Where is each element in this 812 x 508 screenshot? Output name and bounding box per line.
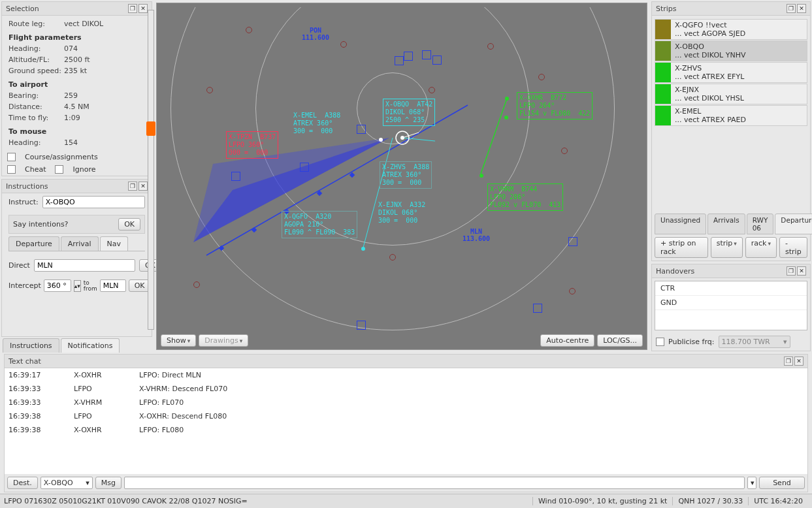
svg-rect-4 <box>252 227 257 232</box>
navaid-icon <box>193 281 200 288</box>
datablock-red[interactable]: X-TPZN B737 LFPO 360° 000 = 000 <box>226 131 278 159</box>
close-icon[interactable]: ✕ <box>794 357 804 366</box>
strip-tab-arrivals[interactable]: Arrivals <box>707 214 745 234</box>
nav-square-icon <box>432 56 442 65</box>
navaid-icon <box>538 74 545 80</box>
restore-icon[interactable]: ❐ <box>787 266 796 276</box>
nav-square-icon <box>404 52 413 61</box>
nav-square-icon <box>357 321 366 330</box>
handover-item[interactable]: GND <box>655 296 807 310</box>
handovers-panel: Handovers ❐ ✕ CTR GND Publicise frq: 118… <box>651 264 811 351</box>
locgs-button[interactable]: LOC/GS... <box>597 334 643 347</box>
flight-strip[interactable]: X-OBQO... vect DIKOL YNHV <box>655 40 807 61</box>
aircraft-blip[interactable] <box>479 174 483 178</box>
publicise-checkbox[interactable] <box>656 338 664 346</box>
tab-departure[interactable]: Departure <box>8 236 59 251</box>
flight-strip[interactable]: X-EMEL... vect ATREX PAED <box>655 105 807 126</box>
flight-strip[interactable]: X-EJNX... vect DIKOL YHSL <box>655 84 807 104</box>
msg-button[interactable]: Msg <box>95 477 122 489</box>
ignore-checkbox[interactable] <box>55 165 63 174</box>
text-chat-panel: Text chat ❐ ✕ 16:39:17X-OXHRLFPO: Direct… <box>4 354 808 492</box>
selection-panel: Selection ❐ ✕ Route leg:vect DIKOL Fligh… <box>1 1 152 176</box>
nav-square-icon <box>395 56 404 65</box>
strip-tab-unassigned[interactable]: Unassigned <box>655 214 706 234</box>
tab-arrival[interactable]: Arrival <box>61 236 99 251</box>
nav-square-icon <box>231 172 240 181</box>
restore-icon[interactable]: ❐ <box>787 4 796 13</box>
svg-line-8 <box>363 138 393 247</box>
strip-button[interactable]: strip <box>711 237 743 258</box>
flight-strip[interactable]: X-QGFO !!vect... vect AGOPA SJED <box>655 19 807 40</box>
freq-select[interactable]: 118.700 TWR▾ <box>719 336 790 348</box>
chevron-down-icon: ▾ <box>783 338 787 346</box>
close-icon[interactable]: ✕ <box>138 4 148 13</box>
dest-button[interactable]: Dest. <box>7 477 38 489</box>
handover-item[interactable]: CTR <box>655 281 807 296</box>
direct-input[interactable] <box>34 259 135 272</box>
show-button[interactable]: Show <box>161 334 196 347</box>
vor-mln-label: MLN 113.600 <box>463 228 490 242</box>
strip-minus-button[interactable]: - strip <box>779 237 807 258</box>
chat-row: 16:39:33LFPOX-VHRM: Descend FL070 <box>5 382 807 396</box>
tab-nav[interactable]: Nav <box>100 236 128 251</box>
datablock-oxhr[interactable]: X-OXHR B772 LFPO 264° FL154 v FL080 422 <box>517 92 593 119</box>
rack-button[interactable]: rack <box>745 237 777 258</box>
datablock-qgfo[interactable]: X-QGFO A320 AGOPA 210° FL090 ^ FL090 383 <box>282 211 357 238</box>
datablock-vhrm[interactable]: X-VHRM B744 LFPO 286° FL092 v FL070 413 <box>487 183 563 211</box>
wind-text: Wind 010-090°, 10 kt, gusting 21 kt <box>532 497 672 505</box>
radar-scope[interactable]: PON 111.600 MLN 113.600 <box>156 3 647 350</box>
drawings-button[interactable]: Drawings <box>199 334 248 347</box>
datablock-obqo[interactable]: X-OBQO AT42 DIKOL 068° 2500 ^ 235 <box>383 99 435 126</box>
lower-tab-instructions[interactable]: Instructions <box>3 338 59 353</box>
lower-tab-notifications[interactable]: Notifications <box>61 338 120 353</box>
send-button[interactable]: Send <box>759 477 805 489</box>
intercept-deg-input[interactable] <box>44 279 71 292</box>
status-bar: LFPO 071630Z 05010G21KT 010V090 CAVOK 22… <box>0 494 812 508</box>
qnh-text: QNH 1027 / 30.33 <box>672 497 748 505</box>
navaid-icon <box>569 288 576 294</box>
navaid-icon <box>429 87 435 93</box>
chat-history-dropdown[interactable]: ▾ <box>747 477 756 489</box>
nav-square-icon <box>422 50 431 59</box>
nav-square-icon <box>568 237 577 246</box>
datablock-emel[interactable]: X-EMEL A388 ATREX 360° 300 = 000 <box>291 110 342 136</box>
close-icon[interactable]: ✕ <box>138 182 148 191</box>
aircraft-blip[interactable] <box>504 116 508 119</box>
instructions-title: Instructions <box>6 182 48 191</box>
strips-panel: Strips ❐ ✕ X-QGFO !!vect... vect AGOPA S… <box>651 1 811 261</box>
instruct-input[interactable] <box>42 196 145 208</box>
course-checkbox[interactable] <box>7 153 16 161</box>
autocentre-button[interactable]: Auto-centre <box>540 334 594 347</box>
chat-title: Text chat <box>8 357 41 366</box>
handover-list[interactable]: CTR GND <box>655 281 807 330</box>
chat-message-input[interactable] <box>124 477 745 489</box>
say-intentions-ok-button[interactable]: OK <box>118 218 140 230</box>
strip-on-rack-button[interactable]: + strip on rack <box>655 237 708 258</box>
nav-square-icon <box>533 304 542 313</box>
datablock-ejnx[interactable]: X-EJNX A332 DIKOL 068° 300 = 000 <box>376 200 427 226</box>
navaid-icon <box>389 254 396 261</box>
svg-line-10 <box>481 99 507 174</box>
dest-select[interactable]: X-OBQO▾ <box>41 477 93 489</box>
range-slider[interactable] <box>148 10 154 330</box>
instructions-panel: Instructions ❐ ✕ Instruct: Say intention… <box>1 179 152 337</box>
navaid-icon <box>340 41 347 48</box>
utc-text: UTC 16:42:20 <box>748 497 808 505</box>
flight-strip[interactable]: X-ZHVS... vect ATREX EFYL <box>655 62 807 83</box>
chat-row: 16:39:33X-VHRMLFPO: FL070 <box>5 396 807 409</box>
intercept-fix-input[interactable] <box>100 279 126 292</box>
selection-title: Selection <box>6 5 39 13</box>
updown-icon[interactable]: ▴▾ <box>74 280 81 292</box>
restore-icon[interactable]: ❐ <box>128 182 137 191</box>
close-icon[interactable]: ✕ <box>797 4 806 13</box>
restore-icon[interactable]: ❐ <box>128 4 137 13</box>
datablock-zhvs[interactable]: X-ZHVS A388 ATREX 360° 300 = 000 <box>380 161 432 189</box>
strip-tab-departures[interactable]: Departures <box>775 214 812 234</box>
strip-tab-rwy06[interactable]: RWY 06 <box>747 214 774 234</box>
restore-icon[interactable]: ❐ <box>784 357 793 366</box>
close-icon[interactable]: ✕ <box>797 266 806 276</box>
aircraft-blip[interactable] <box>379 138 383 142</box>
metar-text: LFPO 071630Z 05010G21KT 010V090 CAVOK 22… <box>4 497 248 505</box>
cheat-checkbox[interactable] <box>7 165 16 174</box>
svg-point-11 <box>505 97 509 101</box>
